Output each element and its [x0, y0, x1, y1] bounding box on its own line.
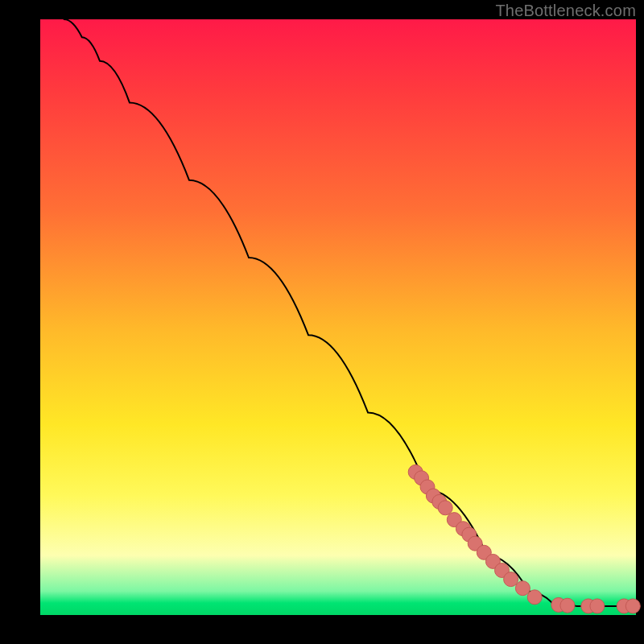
curve-markers — [408, 464, 640, 613]
curve-marker — [560, 598, 575, 613]
chart-svg — [40, 19, 636, 615]
plot-area — [40, 19, 636, 615]
bottleneck-curve — [64, 19, 636, 606]
curve-marker — [515, 581, 530, 596]
curve-marker — [504, 572, 518, 587]
attribution-label: TheBottleneck.com — [495, 2, 636, 20]
chart-frame: TheBottleneck.com — [0, 0, 644, 644]
curve-marker — [625, 599, 640, 613]
curve-marker — [527, 590, 542, 605]
curve-marker — [438, 501, 452, 515]
curve-marker — [590, 599, 605, 613]
